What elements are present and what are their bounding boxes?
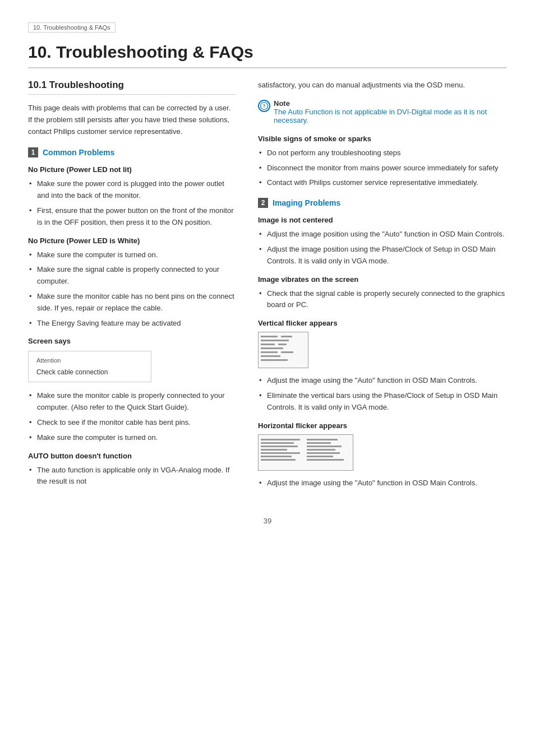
svg-point-1 [264,107,264,108]
list-item: Adjust the image position using the Phas… [258,244,507,267]
list-item: Check that the signal cable is properly … [258,288,507,312]
screen-says-box: Attention Check cable connection [28,351,151,382]
imaging-problems-label: Imaging Problems [273,198,340,207]
image-not-centered-list: Adjust the image position using the "Aut… [258,229,507,267]
no-picture-led-not-lit-heading: No Picture (Power LED not lit) [28,165,236,174]
note-text: The Auto Function is not applicable in D… [274,108,487,124]
horizontal-flicker-heading: Horizontal flicker appears [258,421,507,430]
list-item: Adjust the image position using the "Aut… [258,229,507,240]
image-not-centered-heading: Image is not centered [258,216,507,224]
vertical-flicker-list: Adjust the image using the "Auto" functi… [258,375,507,413]
common-problems-heading: 1 Common Problems [28,147,236,157]
common-problems-label: Common Problems [43,148,114,157]
screen-attention-label: Attention [36,357,143,364]
note-box: Note The Auto Function is not applicable… [258,99,507,124]
list-item: Adjust the image using the "Auto" functi… [258,375,507,387]
image-vibrates-heading: Image vibrates on the screen [258,275,507,284]
note-icon [258,100,270,112]
auto-button-heading: AUTO button doesn't function [28,452,236,460]
vertical-flicker-heading: Vertical flicker appears [258,319,507,327]
no-picture-led-white-list: Make sure the computer is turned on. Mak… [28,249,236,330]
vertical-flicker-image [258,332,308,368]
content-wrapper: 10.1 Troubleshooting This page deals wit… [28,80,507,494]
list-item: Make sure the computer is turned on. [28,432,236,444]
list-item: Do not perform any troubleshooting steps [258,147,507,159]
list-item: Eliminate the vertical bars using the Ph… [258,390,507,414]
list-item: Make sure the signal cable is properly c… [28,264,236,287]
visible-signs-heading: Visible signs of smoke or sparks [258,134,507,143]
note-title: Note [274,99,290,108]
list-item: The Energy Saving feature may be activat… [28,318,236,330]
screen-says-list: Make sure the monitor cable is properly … [28,390,236,443]
page-number: 39 [28,517,507,525]
list-item: Disconnect the monitor from mains power … [258,163,507,174]
no-picture-led-white-heading: No Picture (Power LED is White) [28,236,236,245]
list-item: Check to see if the monitor cable has be… [28,417,236,429]
auto-continued-text: satisfactory, you can do manual adjustme… [258,80,507,91]
image-vibrates-list: Check that the signal cable is properly … [258,288,507,312]
visible-signs-list: Do not perform any troubleshooting steps… [258,147,507,189]
note-content: Note The Auto Function is not applicable… [274,99,507,124]
list-item: The auto function is applicable only in … [28,465,236,488]
list-item: Adjust the image using the "Auto" functi… [258,477,507,489]
list-item: Make sure the monitor cable has no bent … [28,291,236,314]
auto-button-list: The auto function is applicable only in … [28,465,236,488]
section-10-1-title: 10.1 Troubleshooting [28,80,236,95]
list-item: Make sure the computer is turned on. [28,249,236,261]
right-column: satisfactory, you can do manual adjustme… [258,80,507,494]
breadcrumb: 10. Troubleshooting & FAQs [28,22,116,33]
common-problems-badge: 1 [28,147,38,157]
page: 10. Troubleshooting & FAQs 10. Troublesh… [0,0,535,756]
list-item: Make sure the power cord is plugged into… [28,178,236,202]
imaging-problems-badge: 2 [258,198,268,208]
list-item: Contact with Philips customer service re… [258,177,507,189]
screen-says-heading: Screen says [28,337,236,345]
screen-message: Check cable connection [36,368,143,376]
intro-text: This page deals with problems that can b… [28,103,236,137]
horizontal-flicker-list: Adjust the image using the "Auto" functi… [258,477,507,489]
left-column: 10.1 Troubleshooting This page deals wit… [28,80,236,494]
horizontal-flicker-image [258,434,353,471]
list-item: Make sure the monitor cable is properly … [28,390,236,414]
main-title: 10. Troubleshooting & FAQs [28,43,507,68]
no-picture-led-not-lit-list: Make sure the power cord is plugged into… [28,178,236,228]
imaging-problems-heading: 2 Imaging Problems [258,198,507,208]
list-item: First, ensure that the power button on t… [28,205,236,229]
